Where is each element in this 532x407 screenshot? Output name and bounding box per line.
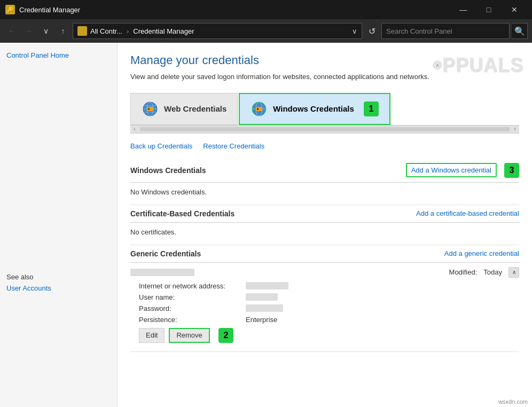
svg-text:A: A bbox=[436, 64, 439, 67]
persistence-row: Persistence: Enterprise bbox=[139, 316, 519, 324]
recent-button[interactable]: ∨ bbox=[38, 24, 53, 38]
username-label: User name: bbox=[139, 293, 246, 301]
window-controls: — □ ✕ bbox=[451, 0, 527, 19]
titlebar-title: Credential Manager bbox=[19, 6, 451, 14]
tab-scrollbar[interactable]: ‹ › bbox=[130, 125, 519, 134]
cred-item-meta: Modified: Today ∧ bbox=[449, 267, 519, 278]
windows-empty-text: No Windows credentials. bbox=[130, 183, 519, 205]
remove-button[interactable]: Remove bbox=[169, 328, 209, 343]
cred-item-header[interactable]: Modified: Today ∧ bbox=[130, 267, 519, 278]
generic-cred-item: Modified: Today ∧ Internet or network ad… bbox=[130, 263, 519, 352]
content-area: Manage your credentials View and delete … bbox=[118, 43, 532, 407]
cert-section-header: Certificate-Based Credentials Add a cert… bbox=[130, 205, 519, 223]
path-part2: Credential Manager bbox=[133, 27, 194, 35]
cred-item-details: Internet or network address: User name: … bbox=[130, 278, 519, 347]
watermark-domain: wsxdn.com bbox=[498, 398, 528, 405]
sidebar: Control Panel Home See also User Account… bbox=[0, 43, 118, 407]
tab-web-credentials[interactable]: Web Credentials bbox=[130, 93, 238, 125]
cred-tabs: Web Credentials Windows Credentials 1 bbox=[130, 93, 519, 125]
restore-credentials-link[interactable]: Restore Credentials bbox=[203, 142, 264, 150]
add-cert-credential-link[interactable]: Add a certificate-based credential bbox=[416, 209, 519, 217]
titlebar: 🔑 Credential Manager — □ ✕ bbox=[0, 0, 532, 19]
add-windows-credential-link[interactable]: Add a Windows credential bbox=[406, 163, 497, 177]
internet-address-row: Internet or network address: bbox=[139, 282, 519, 290]
modified-label: Modified: bbox=[449, 268, 478, 276]
up-button[interactable]: ↑ bbox=[56, 24, 71, 38]
windows-credentials-section: Windows Credentials Add a Windows creden… bbox=[130, 159, 519, 205]
persistence-label: Persistence: bbox=[139, 316, 246, 324]
step2-badge: 2 bbox=[218, 328, 233, 343]
maximize-button[interactable]: □ bbox=[476, 0, 501, 19]
backup-credentials-link[interactable]: Back up Credentials bbox=[130, 142, 192, 150]
generic-section-title: Generic Credentials bbox=[130, 249, 201, 258]
watermark-text: PPUALS bbox=[442, 54, 523, 76]
cred-item-name bbox=[130, 269, 194, 276]
windows-cred-icon bbox=[251, 100, 268, 118]
tab-windows-label: Windows Credentials bbox=[273, 104, 354, 113]
search-input[interactable]: Search Control Panel bbox=[381, 23, 510, 39]
step1-badge: 1 bbox=[364, 101, 379, 116]
username-row: User name: bbox=[139, 293, 519, 301]
watermark: A PPUALS bbox=[433, 49, 523, 81]
svg-rect-10 bbox=[256, 107, 262, 111]
back-button[interactable]: ← bbox=[4, 24, 19, 38]
generic-section-header: Generic Credentials Add a generic creden… bbox=[130, 245, 519, 263]
globe-icon bbox=[142, 100, 159, 118]
main-container: Control Panel Home See also User Account… bbox=[0, 43, 532, 407]
forward-button[interactable]: → bbox=[21, 24, 36, 38]
password-row: Password: bbox=[139, 304, 519, 312]
internet-value bbox=[246, 282, 288, 289]
add-generic-credential-link[interactable]: Add a generic credential bbox=[444, 249, 519, 257]
internet-label: Internet or network address: bbox=[139, 282, 246, 290]
search-placeholder: Search Control Panel bbox=[386, 27, 452, 35]
tab-web-label: Web Credentials bbox=[164, 104, 226, 113]
close-button[interactable]: ✕ bbox=[502, 0, 527, 19]
svg-rect-6 bbox=[148, 108, 150, 110]
edit-button[interactable]: Edit bbox=[139, 328, 165, 343]
cert-empty-text: No certificates. bbox=[130, 223, 519, 245]
generic-credentials-section: Generic Credentials Add a generic creden… bbox=[130, 245, 519, 352]
app-icon: 🔑 bbox=[5, 5, 15, 14]
watermark-logo-icon: A bbox=[433, 54, 442, 76]
sidebar-control-panel-home[interactable]: Control Panel Home bbox=[6, 51, 111, 59]
cert-section-title: Certificate-Based Credentials bbox=[130, 209, 234, 218]
password-label: Password: bbox=[139, 304, 246, 312]
address-dropdown[interactable]: ∨ bbox=[352, 27, 357, 35]
modified-value: Today bbox=[483, 268, 502, 276]
sidebar-user-accounts[interactable]: User Accounts bbox=[6, 284, 111, 292]
persistence-value: Enterprise bbox=[246, 316, 277, 324]
cert-credentials-section: Certificate-Based Credentials Add a cert… bbox=[130, 205, 519, 245]
cred-actions: Edit Remove 2 bbox=[139, 328, 519, 343]
path-sep: › bbox=[127, 27, 129, 35]
tab-windows-credentials[interactable]: Windows Credentials 1 bbox=[239, 93, 390, 125]
svg-rect-5 bbox=[147, 107, 153, 111]
scroll-track[interactable] bbox=[140, 127, 510, 131]
search-button[interactable]: 🔍 bbox=[512, 23, 528, 39]
scroll-right-button[interactable]: › bbox=[511, 125, 519, 134]
scroll-left-button[interactable]: ‹ bbox=[130, 125, 139, 134]
addressbar: ← → ∨ ↑ All Contr... › Credential Manage… bbox=[0, 19, 532, 43]
username-value bbox=[246, 293, 278, 301]
folder-icon bbox=[77, 26, 87, 36]
windows-section-header: Windows Credentials Add a Windows creden… bbox=[130, 159, 519, 183]
windows-section-title: Windows Credentials bbox=[130, 166, 206, 175]
see-also-label: See also bbox=[6, 273, 111, 281]
password-value bbox=[246, 304, 283, 312]
minimize-button[interactable]: — bbox=[451, 0, 475, 19]
expand-button[interactable]: ∧ bbox=[508, 267, 519, 278]
address-box[interactable]: All Contr... › Credential Manager ∨ bbox=[73, 23, 362, 39]
step3-badge: 3 bbox=[504, 163, 519, 178]
links-row: Back up Credentials Restore Credentials bbox=[130, 142, 519, 150]
svg-rect-11 bbox=[257, 108, 259, 110]
path-part1: All Contr... bbox=[90, 27, 122, 35]
refresh-button[interactable]: ↺ bbox=[364, 24, 379, 38]
